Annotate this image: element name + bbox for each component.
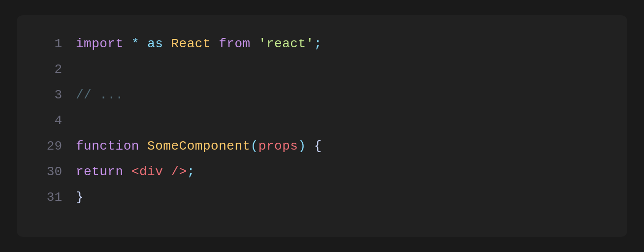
line-content: return <div />;	[76, 159, 195, 185]
code-token: function	[76, 139, 139, 154]
line-number: 29	[36, 133, 62, 159]
code-token: from	[219, 36, 251, 51]
code-token: // ...	[76, 88, 124, 102]
line-number: 31	[36, 185, 62, 210]
line-number: 3	[36, 82, 62, 108]
code-token: return	[76, 164, 124, 179]
code-token: import	[76, 36, 124, 51]
code-line: 3// ...	[36, 82, 608, 108]
code-token: ;	[187, 164, 195, 179]
line-number: 2	[36, 57, 62, 82]
code-token: <div />	[131, 164, 187, 179]
code-token	[124, 164, 131, 179]
code-token: }	[76, 190, 84, 205]
line-content: }	[76, 185, 84, 210]
code-token	[211, 36, 219, 51]
code-token	[306, 139, 314, 154]
code-token: props	[258, 139, 298, 154]
code-token: (	[251, 139, 258, 154]
code-token: SomeComponent	[147, 139, 251, 154]
code-token	[124, 36, 131, 51]
code-token: 'react'	[258, 36, 314, 51]
line-content: function SomeComponent(props) {	[76, 133, 322, 159]
code-token: React	[171, 36, 211, 51]
line-number: 30	[36, 159, 62, 185]
code-line: 30 return <div />;	[36, 159, 608, 185]
code-editor: 1import * as React from 'react';23// ...…	[17, 15, 627, 237]
code-token	[139, 139, 147, 154]
line-number: 4	[36, 108, 62, 133]
code-token: as	[147, 36, 163, 51]
code-token	[163, 36, 171, 51]
code-line: 1import * as React from 'react';	[36, 31, 608, 57]
line-number: 1	[36, 31, 62, 57]
line-content: import * as React from 'react';	[76, 31, 322, 57]
code-line: 31}	[36, 185, 608, 210]
code-line: 29function SomeComponent(props) {	[36, 133, 608, 159]
code-line: 2	[36, 57, 608, 82]
code-token: )	[298, 139, 306, 154]
code-token	[251, 36, 258, 51]
code-token	[139, 36, 147, 51]
code-token: {	[314, 139, 322, 154]
code-token: ;	[314, 36, 322, 51]
code-token: *	[131, 36, 139, 51]
code-line: 4	[36, 108, 608, 133]
line-content: // ...	[76, 82, 124, 108]
